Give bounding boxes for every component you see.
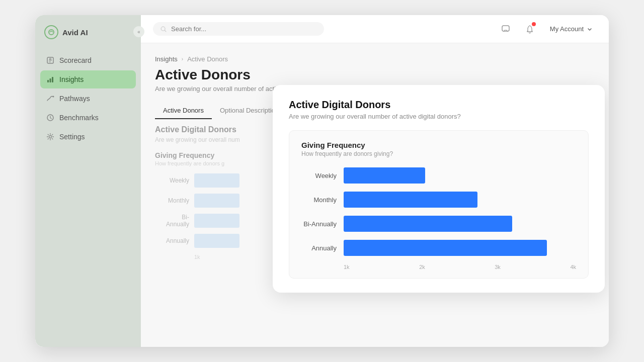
scorecard-label: Scorecard xyxy=(59,56,92,64)
mini-label-annually: Annually xyxy=(159,237,189,244)
x-label-1k: 1k xyxy=(344,264,350,270)
insights-label: Insights xyxy=(59,75,84,83)
sidebar-item-pathways[interactable]: Pathways xyxy=(40,89,136,108)
mini-label-monthly: Monthly xyxy=(159,197,189,204)
pathways-label: Pathways xyxy=(59,95,90,103)
settings-label: Settings xyxy=(59,133,85,141)
logo-area: Avid AI xyxy=(35,15,141,47)
topbar: My Account xyxy=(141,15,609,43)
x-label-4k: 4k xyxy=(570,264,576,270)
chevron-down-icon xyxy=(587,26,593,32)
chart-question: How frequently are donors giving? xyxy=(301,150,576,157)
bar-row-monthly: Monthly xyxy=(301,192,576,208)
pathways-icon xyxy=(46,95,54,103)
bar-label-weekly: Weekly xyxy=(301,172,337,179)
benchmarks-label: Benchmarks xyxy=(59,114,99,122)
bar-chart: Weekly Monthly xyxy=(301,167,576,270)
svg-point-6 xyxy=(53,96,54,98)
bar-label-monthly: Monthly xyxy=(301,196,337,204)
chat-button[interactable] xyxy=(498,21,514,37)
sidebar-toggle[interactable]: « xyxy=(133,26,144,37)
mini-bar-monthly xyxy=(194,194,239,208)
mini-label-biannually: Bi-Annually xyxy=(159,214,189,228)
x-label-3k: 3k xyxy=(495,264,501,270)
bar-label-biannually: Bi-Annually xyxy=(301,220,337,228)
bar-fill-annually xyxy=(344,240,547,256)
account-button[interactable]: My Account xyxy=(546,23,597,35)
card-title: Active Digital Donors xyxy=(289,99,589,111)
breadcrumb-parent[interactable]: Insights xyxy=(155,55,178,63)
logo-text: Avid AI xyxy=(62,28,88,37)
sidebar-item-insights[interactable]: Insights xyxy=(40,70,136,88)
search-icon xyxy=(160,26,167,33)
search-input[interactable] xyxy=(171,25,317,33)
account-label: My Account xyxy=(550,25,584,33)
search-bar[interactable] xyxy=(153,22,324,36)
mini-label-weekly: Weekly xyxy=(159,177,189,184)
svg-rect-4 xyxy=(50,78,51,82)
tab-active-donors[interactable]: Active Donors xyxy=(155,103,212,119)
bar-row-annually: Annually xyxy=(301,240,576,256)
page-content: Insights › Active Donors Active Donors A… xyxy=(141,43,609,347)
bar-row-weekly: Weekly xyxy=(301,167,576,184)
sidebar-item-benchmarks[interactable]: Benchmarks xyxy=(40,109,136,127)
page-title: Active Donors xyxy=(155,67,595,83)
settings-icon xyxy=(46,133,54,141)
svg-point-0 xyxy=(49,30,54,35)
main-content: My Account Insights › Active Donors Acti… xyxy=(141,15,609,347)
notifications-button[interactable] xyxy=(522,21,538,37)
notification-badge xyxy=(532,22,536,26)
bar-track-monthly xyxy=(344,192,576,208)
benchmarks-icon xyxy=(46,114,54,122)
insights-icon xyxy=(46,75,54,83)
mini-bar-annually xyxy=(194,234,239,248)
svg-point-8 xyxy=(49,136,52,138)
breadcrumb-chevron-icon: › xyxy=(182,56,183,62)
bar-track-weekly xyxy=(344,167,576,184)
bar-fill-biannually xyxy=(344,216,512,232)
x-label-2k: 2k xyxy=(419,264,425,270)
sidebar-item-settings[interactable]: Settings xyxy=(40,128,136,146)
svg-point-2 xyxy=(50,58,51,60)
breadcrumb-current: Active Donors xyxy=(187,55,228,63)
bar-track-annually xyxy=(344,240,576,256)
svg-rect-3 xyxy=(47,80,49,82)
sidebar: Avid AI « Scorecard Insights xyxy=(35,15,141,347)
logo-icon xyxy=(44,25,58,39)
card-description: Are we growing our overall number of act… xyxy=(289,113,589,120)
scorecard-icon xyxy=(46,56,54,64)
bar-track-biannually xyxy=(344,216,576,232)
bar-fill-monthly xyxy=(344,192,477,208)
svg-rect-5 xyxy=(52,77,53,82)
sidebar-nav: Scorecard Insights Pathways xyxy=(35,47,141,347)
bar-label-annually: Annually xyxy=(301,244,337,252)
mini-bar-weekly xyxy=(194,173,239,188)
bar-fill-weekly xyxy=(344,167,425,184)
chart-heading: Giving Frequency xyxy=(301,141,576,149)
sidebar-item-scorecard[interactable]: Scorecard xyxy=(40,51,136,69)
chart-container: Giving Frequency How frequently are dono… xyxy=(289,130,589,279)
main-card: Active Digital Donors Are we growing our… xyxy=(273,85,605,293)
bar-row-biannually: Bi-Annually xyxy=(301,216,576,232)
content-area: Active Digital Donors Are we growing our… xyxy=(155,125,595,260)
topbar-icons: My Account xyxy=(498,21,597,37)
x-axis: 1k 2k 3k 4k xyxy=(301,264,576,270)
mini-bar-biannually xyxy=(194,214,239,228)
breadcrumb: Insights › Active Donors xyxy=(155,55,595,63)
